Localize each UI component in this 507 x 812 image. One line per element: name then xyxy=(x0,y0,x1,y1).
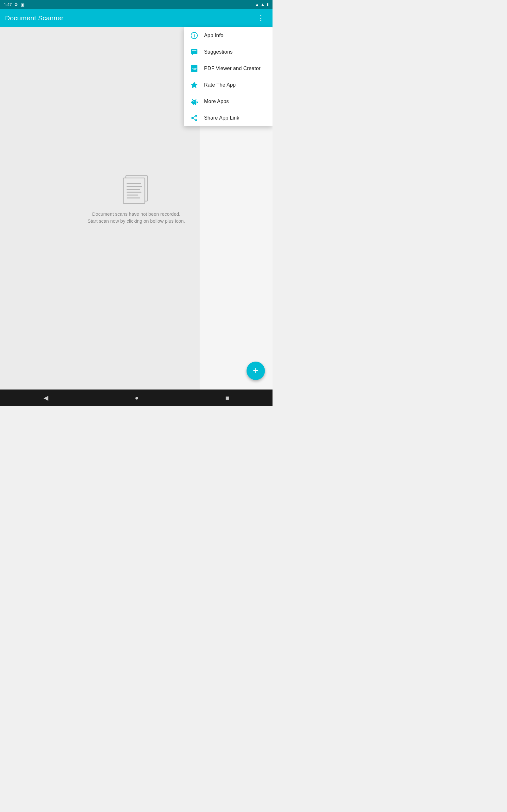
svg-line-32 xyxy=(193,116,195,118)
menu-item-suggestions[interactable]: Suggestions xyxy=(184,44,273,60)
svg-point-29 xyxy=(191,117,193,119)
share-icon xyxy=(190,114,199,122)
menu-label-more-apps: More Apps xyxy=(204,99,229,104)
sim-icon: ▣ xyxy=(20,2,24,7)
status-bar: 1:47 ⚙ ▣ ▲ ▲ ▮ xyxy=(0,0,273,9)
pdf-icon: PDF xyxy=(190,64,199,72)
chat-icon xyxy=(190,48,199,56)
svg-rect-27 xyxy=(197,101,198,103)
svg-rect-24 xyxy=(193,104,194,105)
nav-home-button[interactable]: ● xyxy=(125,391,148,405)
menu-label-pdf-viewer: PDF Viewer and Creator xyxy=(204,66,261,71)
time-display: 1:47 xyxy=(4,2,12,7)
app-title: Document Scanner xyxy=(5,14,64,22)
wifi-icon: ▲ xyxy=(255,2,259,7)
svg-text:PDF: PDF xyxy=(192,67,197,70)
star-icon xyxy=(190,81,199,89)
menu-item-share-app[interactable]: Share App Link xyxy=(184,110,273,126)
menu-item-rate-app[interactable]: Rate The App xyxy=(184,77,273,93)
menu-item-more-apps[interactable]: More Apps xyxy=(184,93,273,110)
battery-icon: ▮ xyxy=(267,2,269,7)
menu-label-app-info: App Info xyxy=(204,33,223,38)
svg-rect-25 xyxy=(195,104,196,105)
svg-marker-17 xyxy=(191,82,198,88)
fab-plus-icon: + xyxy=(253,365,259,375)
svg-marker-14 xyxy=(192,54,193,55)
svg-point-28 xyxy=(195,115,197,117)
svg-rect-26 xyxy=(191,101,192,103)
menu-label-share-app: Share App Link xyxy=(204,115,239,121)
menu-label-rate-app: Rate The App xyxy=(204,82,236,88)
fab-button[interactable]: + xyxy=(246,362,265,380)
svg-point-20 xyxy=(193,101,194,102)
menu-item-app-info[interactable]: App Info xyxy=(184,27,273,44)
svg-point-21 xyxy=(195,101,195,102)
info-icon xyxy=(190,32,199,40)
overflow-menu-button[interactable]: ⋮ xyxy=(255,12,268,24)
android-icon xyxy=(190,97,199,106)
status-left: 1:47 ⚙ ▣ xyxy=(4,2,24,7)
dropdown-overlay xyxy=(0,27,200,390)
nav-back-button[interactable]: ◀ xyxy=(34,391,58,405)
svg-rect-11 xyxy=(191,49,198,54)
menu-label-suggestions: Suggestions xyxy=(204,49,233,55)
nav-bar: ◀ ● ■ xyxy=(0,390,273,406)
dropdown-menu: App Info Suggestions PDF PDF Viewer and … xyxy=(184,27,273,126)
svg-point-30 xyxy=(195,119,197,121)
svg-point-10 xyxy=(194,34,194,35)
nav-recent-button[interactable]: ■ xyxy=(216,391,239,405)
status-right: ▲ ▲ ▮ xyxy=(255,2,269,7)
svg-rect-19 xyxy=(192,101,196,104)
menu-item-pdf-viewer[interactable]: PDF PDF Viewer and Creator xyxy=(184,60,273,77)
svg-line-31 xyxy=(193,119,195,120)
signal-icon: ▲ xyxy=(261,2,265,7)
svg-line-22 xyxy=(192,99,193,100)
app-bar: Document Scanner ⋮ xyxy=(0,9,273,27)
gear-icon: ⚙ xyxy=(14,2,18,7)
svg-line-23 xyxy=(195,99,196,100)
